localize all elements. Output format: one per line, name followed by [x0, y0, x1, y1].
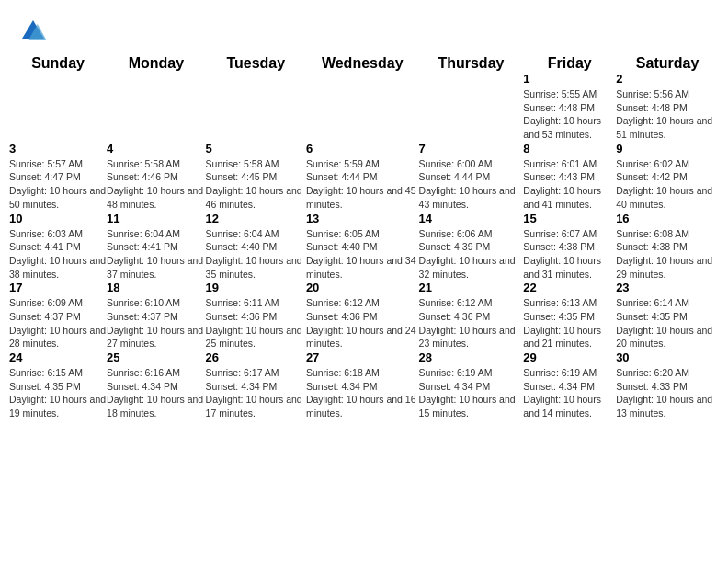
day-info: Sunrise: 5:58 AM Sunset: 4:46 PM Dayligh… — [107, 157, 206, 212]
day-info: Sunrise: 6:04 AM Sunset: 4:41 PM Dayligh… — [107, 227, 206, 282]
week-row-1: 3Sunrise: 5:57 AM Sunset: 4:47 PM Daylig… — [9, 142, 719, 212]
col-header-saturday: Saturday — [616, 55, 719, 72]
day-cell: 27Sunrise: 6:18 AM Sunset: 4:34 PM Dayli… — [306, 350, 419, 420]
day-cell: 2Sunrise: 5:56 AM Sunset: 4:48 PM Daylig… — [616, 72, 719, 142]
col-header-friday: Friday — [523, 55, 616, 72]
day-cell: 21Sunrise: 6:12 AM Sunset: 4:36 PM Dayli… — [419, 281, 524, 350]
day-number: 14 — [419, 212, 524, 225]
day-cell: 9Sunrise: 6:02 AM Sunset: 4:42 PM Daylig… — [616, 142, 719, 212]
day-cell: 11Sunrise: 6:04 AM Sunset: 4:41 PM Dayli… — [107, 212, 206, 282]
day-number: 23 — [616, 281, 719, 294]
day-cell: 5Sunrise: 5:58 AM Sunset: 4:45 PM Daylig… — [206, 142, 306, 212]
day-cell: 10Sunrise: 6:03 AM Sunset: 4:41 PM Dayli… — [9, 212, 107, 282]
day-number: 21 — [419, 281, 524, 294]
day-number: 25 — [107, 350, 206, 364]
day-number: 6 — [306, 142, 419, 155]
day-cell: 22Sunrise: 6:13 AM Sunset: 4:35 PM Dayli… — [523, 281, 616, 350]
day-cell: 8Sunrise: 6:01 AM Sunset: 4:43 PM Daylig… — [523, 142, 616, 212]
day-info: Sunrise: 5:55 AM Sunset: 4:48 PM Dayligh… — [523, 87, 616, 142]
day-number: 12 — [206, 212, 306, 225]
day-cell: 17Sunrise: 6:09 AM Sunset: 4:37 PM Dayli… — [9, 281, 107, 350]
day-number: 8 — [523, 142, 616, 155]
day-number: 13 — [306, 212, 419, 225]
day-info: Sunrise: 6:19 AM Sunset: 4:34 PM Dayligh… — [419, 366, 524, 420]
day-cell: 26Sunrise: 6:17 AM Sunset: 4:34 PM Dayli… — [206, 350, 306, 420]
day-cell: 19Sunrise: 6:11 AM Sunset: 4:36 PM Dayli… — [206, 281, 306, 350]
day-info: Sunrise: 6:15 AM Sunset: 4:35 PM Dayligh… — [9, 366, 107, 420]
day-info: Sunrise: 6:02 AM Sunset: 4:42 PM Dayligh… — [616, 157, 719, 212]
day-info: Sunrise: 6:17 AM Sunset: 4:34 PM Dayligh… — [206, 366, 306, 420]
day-number: 15 — [523, 212, 616, 225]
day-info: Sunrise: 6:04 AM Sunset: 4:40 PM Dayligh… — [206, 227, 306, 282]
day-info: Sunrise: 6:10 AM Sunset: 4:37 PM Dayligh… — [107, 296, 206, 350]
day-number: 11 — [107, 212, 206, 225]
day-cell: 7Sunrise: 6:00 AM Sunset: 4:44 PM Daylig… — [419, 142, 524, 212]
day-cell: 20Sunrise: 6:12 AM Sunset: 4:36 PM Dayli… — [306, 281, 419, 350]
day-cell: 29Sunrise: 6:19 AM Sunset: 4:34 PM Dayli… — [523, 350, 616, 420]
day-cell: 13Sunrise: 6:05 AM Sunset: 4:40 PM Dayli… — [306, 212, 419, 282]
day-number: 9 — [616, 142, 719, 155]
day-info: Sunrise: 6:09 AM Sunset: 4:37 PM Dayligh… — [9, 296, 107, 350]
col-header-tuesday: Tuesday — [206, 55, 306, 72]
day-cell: 15Sunrise: 6:07 AM Sunset: 4:38 PM Dayli… — [523, 212, 616, 282]
col-header-monday: Monday — [107, 55, 206, 72]
day-info: Sunrise: 6:03 AM Sunset: 4:41 PM Dayligh… — [9, 227, 107, 282]
day-number: 1 — [523, 72, 616, 86]
calendar-header-row: SundayMondayTuesdayWednesdayThursdayFrid… — [9, 55, 719, 72]
day-info: Sunrise: 6:13 AM Sunset: 4:35 PM Dayligh… — [523, 296, 616, 350]
day-number: 24 — [9, 350, 107, 364]
day-info: Sunrise: 6:00 AM Sunset: 4:44 PM Dayligh… — [419, 157, 524, 212]
col-header-wednesday: Wednesday — [306, 55, 419, 72]
day-info: Sunrise: 6:01 AM Sunset: 4:43 PM Dayligh… — [523, 157, 616, 212]
day-info: Sunrise: 5:57 AM Sunset: 4:47 PM Dayligh… — [9, 157, 107, 212]
col-header-thursday: Thursday — [419, 55, 524, 72]
week-row-0: 1Sunrise: 5:55 AM Sunset: 4:48 PM Daylig… — [9, 72, 719, 142]
calendar-wrapper: SundayMondayTuesdayWednesdayThursdayFrid… — [0, 55, 728, 430]
day-cell — [419, 72, 524, 142]
day-cell: 6Sunrise: 5:59 AM Sunset: 4:44 PM Daylig… — [306, 142, 419, 212]
day-number: 22 — [523, 281, 616, 294]
day-number: 10 — [9, 212, 107, 225]
day-cell: 28Sunrise: 6:19 AM Sunset: 4:34 PM Dayli… — [419, 350, 524, 420]
day-info: Sunrise: 6:18 AM Sunset: 4:34 PM Dayligh… — [306, 366, 419, 420]
header — [0, 0, 728, 55]
day-info: Sunrise: 6:07 AM Sunset: 4:38 PM Dayligh… — [523, 227, 616, 282]
logo-icon — [18, 17, 48, 46]
calendar-table: SundayMondayTuesdayWednesdayThursdayFrid… — [9, 55, 719, 420]
day-number: 29 — [523, 350, 616, 364]
day-number: 20 — [306, 281, 419, 294]
day-cell — [107, 72, 206, 142]
day-cell: 1Sunrise: 5:55 AM Sunset: 4:48 PM Daylig… — [523, 72, 616, 142]
day-cell: 3Sunrise: 5:57 AM Sunset: 4:47 PM Daylig… — [9, 142, 107, 212]
day-cell: 16Sunrise: 6:08 AM Sunset: 4:38 PM Dayli… — [616, 212, 719, 282]
day-info: Sunrise: 5:59 AM Sunset: 4:44 PM Dayligh… — [306, 157, 419, 212]
day-cell: 18Sunrise: 6:10 AM Sunset: 4:37 PM Dayli… — [107, 281, 206, 350]
day-number: 4 — [107, 142, 206, 155]
day-number: 19 — [206, 281, 306, 294]
week-row-2: 10Sunrise: 6:03 AM Sunset: 4:41 PM Dayli… — [9, 212, 719, 282]
day-number: 27 — [306, 350, 419, 364]
day-info: Sunrise: 6:12 AM Sunset: 4:36 PM Dayligh… — [306, 296, 419, 350]
day-info: Sunrise: 6:05 AM Sunset: 4:40 PM Dayligh… — [306, 227, 419, 282]
day-info: Sunrise: 6:16 AM Sunset: 4:34 PM Dayligh… — [107, 366, 206, 420]
day-number: 5 — [206, 142, 306, 155]
day-cell: 14Sunrise: 6:06 AM Sunset: 4:39 PM Dayli… — [419, 212, 524, 282]
day-info: Sunrise: 6:11 AM Sunset: 4:36 PM Dayligh… — [206, 296, 306, 350]
day-cell: 25Sunrise: 6:16 AM Sunset: 4:34 PM Dayli… — [107, 350, 206, 420]
day-cell: 4Sunrise: 5:58 AM Sunset: 4:46 PM Daylig… — [107, 142, 206, 212]
logo — [18, 17, 51, 46]
day-info: Sunrise: 6:14 AM Sunset: 4:35 PM Dayligh… — [616, 296, 719, 350]
day-info: Sunrise: 5:56 AM Sunset: 4:48 PM Dayligh… — [616, 87, 719, 142]
day-number: 7 — [419, 142, 524, 155]
day-cell — [206, 72, 306, 142]
week-row-4: 24Sunrise: 6:15 AM Sunset: 4:35 PM Dayli… — [9, 350, 719, 420]
day-number: 17 — [9, 281, 107, 294]
day-cell — [9, 72, 107, 142]
day-cell: 24Sunrise: 6:15 AM Sunset: 4:35 PM Dayli… — [9, 350, 107, 420]
day-info: Sunrise: 6:20 AM Sunset: 4:33 PM Dayligh… — [616, 366, 719, 420]
day-number: 16 — [616, 212, 719, 225]
day-info: Sunrise: 6:19 AM Sunset: 4:34 PM Dayligh… — [523, 366, 616, 420]
day-number: 28 — [419, 350, 524, 364]
day-cell — [306, 72, 419, 142]
week-row-3: 17Sunrise: 6:09 AM Sunset: 4:37 PM Dayli… — [9, 281, 719, 350]
